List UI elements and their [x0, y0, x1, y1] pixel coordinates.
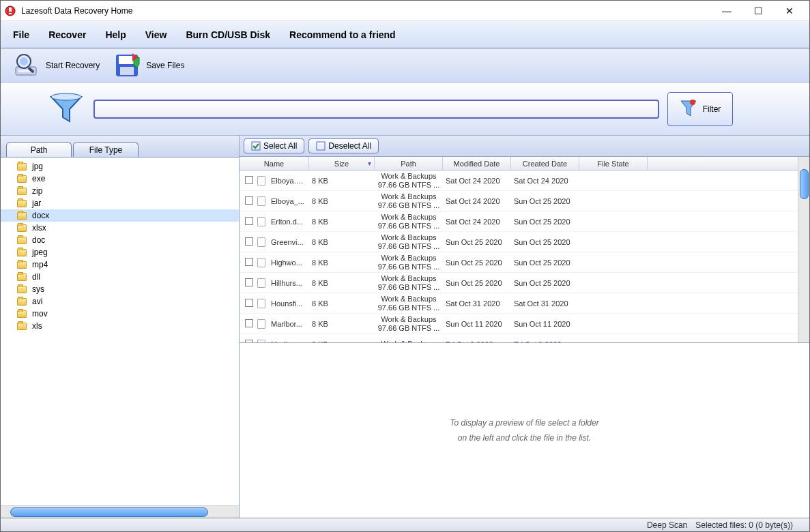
- table-row[interactable]: Highwo...8 KBWork & Backups97.66 GB NTFS…: [240, 252, 809, 273]
- content: Select All Deselect All NameSizePathModi…: [240, 136, 809, 518]
- cell-size: 8 KB: [309, 320, 375, 328]
- row-checkbox[interactable]: [245, 299, 253, 307]
- maximize-button[interactable]: ☐: [742, 1, 774, 20]
- filter-button[interactable]: Filter: [667, 92, 733, 126]
- row-checkbox[interactable]: [245, 340, 253, 343]
- file-icon: [257, 196, 265, 206]
- tree-item-doc[interactable]: doc: [1, 234, 239, 246]
- table-row[interactable]: Marlbor...8 KBWork & BackupsFri Oct 9 20…: [240, 334, 809, 342]
- start-recovery-button[interactable]: Start Recovery: [9, 50, 104, 80]
- cell-created: Sun Oct 25 2020: [511, 218, 579, 226]
- column-created-date[interactable]: Created Date: [511, 157, 579, 170]
- cell-path: Work & Backups97.66 GB NTFS ...: [375, 233, 443, 251]
- table-header: NameSizePathModified DateCreated DateFil…: [240, 157, 809, 171]
- cell-modified: Sun Oct 25 2020: [443, 238, 511, 246]
- tree-item-mp4[interactable]: mp4: [1, 258, 239, 271]
- tree-item-exe[interactable]: exe: [1, 173, 239, 185]
- folder-icon: [17, 261, 27, 269]
- cell-created: Sun Oct 25 2020: [511, 238, 579, 246]
- column-size[interactable]: Size: [309, 157, 375, 170]
- folder-icon: [17, 310, 27, 318]
- file-table: NameSizePathModified DateCreated DateFil…: [240, 156, 809, 342]
- table-scrollbar[interactable]: [798, 157, 809, 342]
- filter-input[interactable]: [93, 100, 659, 119]
- deselect-all-button[interactable]: Deselect All: [308, 138, 379, 153]
- table-row[interactable]: Elboya.docx8 KBWork & Backups97.66 GB NT…: [240, 171, 809, 191]
- folder-icon: [17, 298, 27, 306]
- folder-icon: [17, 224, 27, 232]
- cell-path: Work & Backups97.66 GB NTFS ...: [375, 213, 443, 231]
- tree-item-zip[interactable]: zip: [1, 185, 239, 197]
- cell-modified: Sat Oct 24 2020: [443, 197, 511, 205]
- preview-line2: on the left and click the file in the li…: [458, 433, 591, 443]
- tree-item-mov[interactable]: mov: [1, 308, 239, 320]
- menu-view[interactable]: View: [139, 27, 174, 43]
- table-row[interactable]: Hounsfi...8 KBWork & Backups97.66 GB NTF…: [240, 293, 809, 314]
- tree-item-jpg[interactable]: jpg: [1, 160, 239, 173]
- row-checkbox[interactable]: [245, 237, 253, 246]
- tab-file-type[interactable]: File Type: [73, 142, 139, 157]
- cell-path: Work & Backups97.66 GB NTFS ...: [375, 315, 443, 333]
- column-file-state[interactable]: File State: [579, 157, 648, 170]
- tree-item-xls[interactable]: xls: [1, 320, 239, 332]
- statusbar: Deep Scan Selected files: 0 (0 byte(s)): [1, 518, 809, 531]
- cell-size: 8 KB: [309, 299, 375, 308]
- preview-pane: To display a preview of file select a fo…: [240, 342, 809, 518]
- magnifier-disk-icon: [13, 52, 40, 79]
- menu-recommend-to-a-friend[interactable]: Recommend to a friend: [283, 27, 403, 43]
- tree-item-avi[interactable]: avi: [1, 295, 239, 308]
- file-icon: [257, 176, 265, 186]
- file-type-tree[interactable]: jpgexezipjardocxxlsxdocjpegmp4dllsysavim…: [1, 158, 239, 505]
- cell-path: Work & Backups97.66 GB NTFS ...: [375, 295, 443, 312]
- tree-item-sys[interactable]: sys: [1, 283, 239, 295]
- table-row[interactable]: Erlton.d...8 KBWork & Backups97.66 GB NT…: [240, 211, 809, 232]
- tab-path[interactable]: Path: [6, 142, 72, 157]
- tree-item-label: jpg: [32, 162, 43, 171]
- tree-item-dll[interactable]: dll: [1, 271, 239, 283]
- menu-file[interactable]: File: [6, 27, 36, 43]
- column-name[interactable]: Name: [240, 157, 309, 170]
- menu-burn-cd-usb-disk[interactable]: Burn CD/USB Disk: [179, 27, 277, 43]
- tree-item-jar[interactable]: jar: [1, 197, 239, 209]
- tree-item-docx[interactable]: docx: [1, 209, 239, 222]
- cell-name: Highwo...: [268, 258, 309, 267]
- select-all-icon: [251, 141, 261, 151]
- select-all-label: Select All: [263, 141, 297, 151]
- column-path[interactable]: Path: [375, 157, 443, 170]
- cell-created: Sun Oct 25 2020: [511, 258, 579, 267]
- column-modified-date[interactable]: Modified Date: [443, 157, 511, 170]
- cell-name: Elboya.docx: [268, 177, 309, 185]
- cell-created: Sun Oct 25 2020: [511, 279, 579, 287]
- row-checkbox[interactable]: [245, 258, 253, 266]
- select-all-button[interactable]: Select All: [244, 138, 304, 153]
- tree-item-xlsx[interactable]: xlsx: [1, 222, 239, 234]
- row-checkbox[interactable]: [245, 217, 253, 225]
- table-row[interactable]: Elboya_...8 KBWork & Backups97.66 GB NTF…: [240, 191, 809, 211]
- minimize-button[interactable]: —: [711, 1, 742, 20]
- toolbar: Start Recovery Save Files: [1, 48, 809, 83]
- tree-item-jpeg[interactable]: jpeg: [1, 246, 239, 258]
- menu-recover[interactable]: Recover: [42, 27, 93, 43]
- folder-icon: [17, 323, 27, 330]
- cell-size: 8 KB: [309, 238, 375, 246]
- close-button[interactable]: ✕: [774, 1, 805, 20]
- cell-created: Sun Oct 11 2020: [511, 320, 579, 328]
- table-row[interactable]: Marlbor...8 KBWork & Backups97.66 GB NTF…: [240, 314, 809, 334]
- row-checkbox[interactable]: [245, 196, 253, 205]
- save-files-button[interactable]: Save Files: [109, 50, 188, 80]
- cell-modified: Sat Oct 24 2020: [443, 218, 511, 226]
- row-checkbox[interactable]: [245, 176, 253, 184]
- preview-line1: To display a preview of file select a fo…: [450, 418, 598, 428]
- table-row[interactable]: Hillhurs...8 KBWork & Backups97.66 GB NT…: [240, 273, 809, 293]
- cell-name: Hounsfi...: [268, 299, 309, 308]
- row-checkbox[interactable]: [245, 319, 253, 327]
- tree-item-label: dll: [32, 272, 40, 282]
- sidebar-horizontal-scrollbar[interactable]: [1, 505, 239, 518]
- cell-path: Work & Backups97.66 GB NTFS ...: [375, 254, 443, 271]
- table-row[interactable]: Greenvi...8 KBWork & Backups97.66 GB NTF…: [240, 232, 809, 252]
- folder-icon: [17, 175, 27, 183]
- menu-help[interactable]: Help: [98, 27, 132, 43]
- svg-rect-13: [252, 142, 260, 150]
- row-checkbox[interactable]: [245, 278, 253, 286]
- app-icon: [5, 5, 16, 16]
